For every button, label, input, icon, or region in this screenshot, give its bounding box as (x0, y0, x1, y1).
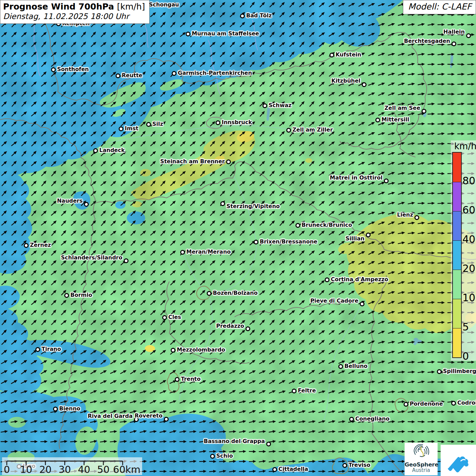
legend-value-label: 60 (462, 204, 475, 216)
city-marker (164, 417, 169, 422)
city-label: Garmisch-Partenkirchen (178, 70, 252, 77)
city-label: Sterzing/Vipiteno (226, 203, 280, 210)
city-marker (466, 33, 471, 38)
city-label: Pieve di Cadore (310, 298, 358, 305)
map-subtitle: Dienstag, 11.02.2025 18:00 Uhr (3, 12, 145, 21)
city-label: Cles (168, 314, 181, 321)
city-marker (292, 389, 296, 393)
city-marker (286, 128, 291, 133)
city-label: Bad Tölz (246, 12, 272, 19)
city-marker (325, 277, 329, 282)
city-label: Cittadella (278, 466, 308, 473)
city-label: Schongau (149, 1, 179, 8)
city-label: Lienz (397, 211, 413, 219)
city-label: Mezzolombardo (177, 346, 225, 354)
city-marker (35, 347, 40, 352)
city-label: Imst (125, 125, 138, 132)
svg-text:40: 40 (78, 464, 90, 475)
city-marker (180, 250, 185, 255)
city-marker (366, 233, 371, 237)
svg-text:0: 0 (4, 464, 10, 475)
city-marker (342, 463, 347, 468)
city-marker (254, 240, 258, 244)
city-marker (84, 202, 89, 207)
city-marker (452, 41, 456, 46)
city-marker (245, 326, 250, 331)
city-marker (338, 364, 343, 369)
city-marker (295, 223, 300, 228)
city-label: Reutte (122, 72, 142, 79)
legend-value-label: 5 (462, 321, 469, 333)
legend-band (453, 270, 461, 299)
city-marker (437, 369, 442, 374)
svg-text:50: 50 (97, 464, 109, 475)
city-label: Bormio (70, 292, 92, 299)
geosphere-logo: GeoSphere Austria (405, 443, 438, 475)
svg-text:60km: 60km (113, 464, 141, 475)
geosphere-logo-text: GeoSphere (405, 462, 438, 468)
map-title-unit: [km/h] (117, 2, 145, 12)
city-marker (216, 120, 220, 125)
legend-band (453, 153, 461, 182)
city-marker (93, 148, 98, 153)
city-labels-layer: SchongauBad TölzKemptenMurnau am Staffel… (0, 0, 476, 476)
city-label: Schio (216, 453, 233, 460)
city-marker (360, 302, 364, 306)
city-marker (451, 401, 456, 406)
city-label: Cortina d'Ampezzo (331, 276, 388, 283)
city-marker (186, 32, 190, 36)
city-marker (414, 215, 419, 220)
city-label: Bassano del Grappa (204, 438, 265, 445)
city-label: Tirano (41, 346, 61, 353)
city-label: Conegliano (355, 415, 390, 423)
city-marker (349, 417, 354, 422)
legend-band (453, 182, 461, 211)
city-marker (375, 118, 380, 122)
city-marker (53, 407, 58, 411)
city-marker (24, 243, 29, 248)
legend-band (453, 240, 461, 270)
legend-band (453, 299, 461, 328)
legend-value-label: 80 (462, 175, 475, 187)
svg-text:10: 10 (20, 464, 32, 475)
city-marker (171, 348, 175, 353)
wind-speed-legend: km/h 806040201050 (451, 140, 476, 361)
city-label: Zell am See (385, 105, 420, 112)
city-marker (329, 53, 334, 57)
city-label: Nauders (57, 198, 83, 205)
city-label: Feltre (298, 387, 316, 394)
title-box: Prognose Wind 700hPa [km/h] Dienstag, 11… (0, 0, 150, 24)
city-marker (175, 377, 180, 382)
city-marker (272, 467, 277, 472)
city-label: Meran/Merano (186, 249, 231, 256)
city-label: Schlanders/Silandro (61, 254, 122, 261)
city-marker (146, 122, 151, 127)
city-label: Bruneck/Brunico (302, 222, 352, 229)
city-label: Predazzo (216, 323, 244, 330)
svg-text:20: 20 (39, 464, 51, 475)
city-label: Landeck (99, 147, 125, 154)
legend-value-label: 20 (462, 262, 475, 274)
city-label: Bienno (59, 405, 80, 412)
city-label: Codroipo (457, 400, 476, 407)
city-label: Bozen/Bolzano (213, 290, 258, 297)
city-label: Treviso (348, 462, 370, 469)
city-label: Spilimbergo (443, 368, 476, 375)
city-marker (207, 291, 211, 296)
city-label: Zernez (30, 242, 51, 249)
city-marker (220, 201, 225, 206)
legend-value-label: 10 (462, 292, 475, 304)
city-label: Sonthofen (57, 66, 89, 73)
city-marker (172, 71, 176, 76)
city-label: Kufstein (336, 51, 361, 58)
legend-band (453, 211, 461, 240)
city-marker (404, 402, 408, 407)
city-label: Schwaz (269, 102, 291, 109)
city-marker (64, 293, 69, 298)
model-label: Modell: C-LAEF (403, 0, 476, 14)
city-label: Berchtesgaden (404, 38, 450, 45)
legend-title: km/h (451, 141, 476, 151)
city-marker (262, 103, 267, 108)
city-marker (422, 109, 426, 114)
city-label: Hallein (443, 29, 465, 36)
